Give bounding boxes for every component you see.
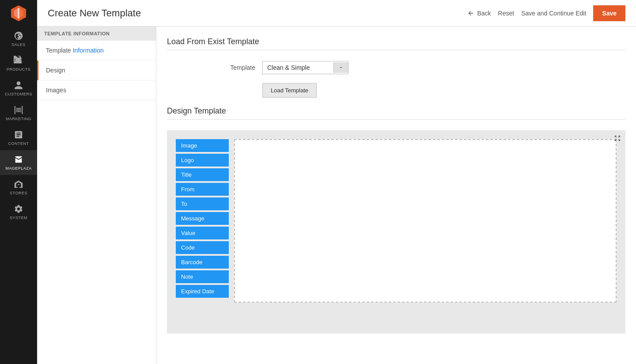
sidebar-item-content-label: CONTENT: [8, 141, 29, 146]
sidebar-item-sales-label: SALES: [11, 42, 26, 47]
template-select-row: Template Clean & Simple Modern Classic M…: [167, 61, 625, 74]
header-actions: Back Reset Save and Continue Edit Save: [467, 5, 625, 21]
expand-icon[interactable]: [614, 135, 621, 143]
sidebar-item-marketing[interactable]: MARKETING: [0, 101, 37, 125]
left-panel-item-template-information[interactable]: Template Information: [37, 41, 156, 61]
block-btn-code[interactable]: Code: [176, 241, 229, 254]
blocks-panel: Image Logo Title From To Message Value C…: [176, 139, 229, 303]
left-panel-item-images[interactable]: Images: [37, 80, 156, 100]
design-preview: [234, 139, 617, 303]
template-word: Template: [46, 47, 73, 54]
sidebar-item-marketing-label: MARKETING: [6, 117, 31, 121]
left-panel: TEMPLATE INFORMATION Template Informatio…: [37, 27, 156, 364]
sidebar-item-system-label: SYSTEM: [10, 216, 27, 220]
save-button[interactable]: Save: [593, 5, 625, 21]
load-template-button[interactable]: Load Template: [262, 83, 317, 98]
block-btn-logo[interactable]: Logo: [176, 154, 229, 167]
load-section-divider: [167, 50, 625, 50]
store-icon: [14, 155, 23, 164]
sidebar: SALES PRODUCTS CUSTOMERS MARKETING CONTE…: [0, 0, 37, 364]
page-title: Create New Template: [48, 8, 141, 19]
sidebar-item-content[interactable]: CONTENT: [0, 125, 37, 150]
sidebar-item-products[interactable]: PRODUCTS: [0, 51, 37, 76]
block-btn-title[interactable]: Title: [176, 168, 229, 181]
sidebar-item-mageplaza-label: MAGEPLAZA: [5, 166, 32, 171]
sidebar-item-mageplaza[interactable]: MAGEPLAZA: [0, 150, 37, 175]
left-panel-design-label: Design: [46, 67, 65, 74]
left-panel-images-label: Images: [46, 87, 66, 94]
back-button-label: Back: [477, 10, 491, 17]
block-btn-value[interactable]: Value: [176, 227, 229, 239]
save-continue-button[interactable]: Save and Continue Edit: [521, 10, 586, 17]
content-icon: [14, 130, 23, 140]
storefront-icon: [14, 179, 23, 189]
gear-icon: [14, 204, 23, 214]
block-btn-to[interactable]: To: [176, 197, 229, 210]
main-area: Create New Template Back Reset Save and …: [37, 0, 636, 364]
megaphone-icon: [14, 105, 23, 115]
design-section: Design Template Image Logo Title From To: [167, 106, 625, 334]
sidebar-item-system[interactable]: SYSTEM: [0, 200, 37, 224]
back-button[interactable]: Back: [467, 10, 491, 17]
sidebar-item-products-label: PRODUCTS: [7, 67, 31, 72]
expand-svg-icon: [614, 135, 621, 142]
person-icon: [14, 80, 23, 90]
dollar-icon: [14, 31, 23, 41]
sidebar-item-customers-label: CUSTOMERS: [5, 92, 32, 96]
app-logo: [0, 0, 37, 27]
content-area: TEMPLATE INFORMATION Template Informatio…: [37, 27, 636, 364]
right-panel: Load From Exist Template Template Clean …: [156, 27, 636, 364]
sidebar-item-sales[interactable]: SALES: [0, 27, 37, 51]
design-section-divider: [167, 119, 625, 120]
box-icon: [14, 56, 23, 65]
select-arrow-button[interactable]: [333, 62, 348, 73]
chevron-down-icon: [338, 65, 344, 70]
block-btn-message[interactable]: Message: [176, 212, 229, 225]
block-btn-barcode[interactable]: Barcode: [176, 256, 229, 269]
left-panel-item-design[interactable]: Design: [37, 61, 156, 80]
template-select-wrapper: Clean & Simple Modern Classic Minimal: [262, 61, 348, 74]
block-btn-image[interactable]: Image: [176, 139, 229, 152]
design-section-title: Design Template: [167, 106, 625, 116]
design-canvas-wrapper: Image Logo Title From To Message Value C…: [167, 130, 625, 334]
reset-button[interactable]: Reset: [498, 10, 515, 17]
template-label: Template: [202, 64, 255, 71]
template-select[interactable]: Clean & Simple Modern Classic Minimal: [263, 61, 333, 74]
info-word: Information: [73, 47, 104, 54]
page-header: Create New Template Back Reset Save and …: [37, 0, 636, 27]
block-btn-expired-date[interactable]: Expired Date: [176, 285, 229, 298]
svg-rect-3: [18, 8, 19, 19]
sidebar-item-customers[interactable]: CUSTOMERS: [0, 76, 37, 101]
block-btn-from[interactable]: From: [176, 183, 229, 196]
load-template-row: Load Template: [167, 83, 625, 98]
block-btn-note[interactable]: Note: [176, 270, 229, 283]
back-arrow-icon: [467, 10, 474, 17]
sidebar-item-stores-label: STORES: [10, 191, 27, 195]
left-panel-section-header: TEMPLATE INFORMATION: [37, 27, 156, 41]
sidebar-item-stores[interactable]: STORES: [0, 175, 37, 200]
magento-logo-icon: [10, 4, 27, 22]
design-canvas-inner: Image Logo Title From To Message Value C…: [176, 139, 617, 303]
load-section-title: Load From Exist Template: [167, 37, 625, 46]
